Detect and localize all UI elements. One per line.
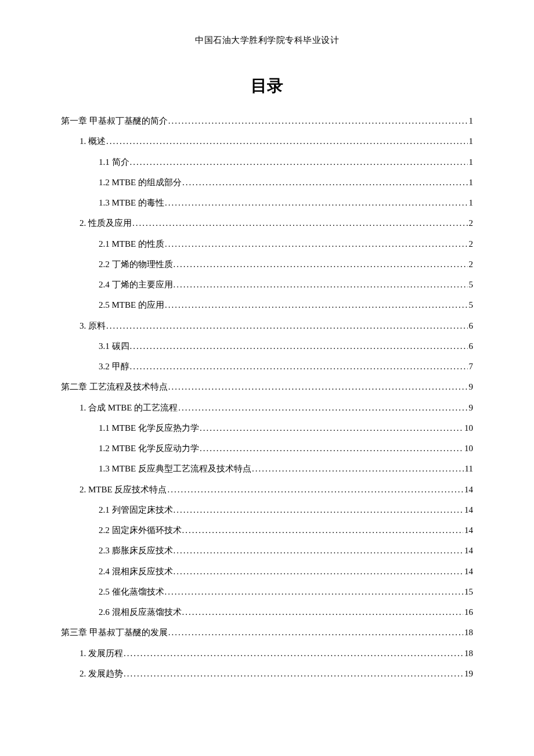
toc-label: 2. MTBE 反应技术特点 (80, 480, 167, 500)
toc-page: 5 (468, 295, 474, 315)
toc-entry: 1.1 简介 1 (61, 152, 473, 172)
toc-label: 2.3 膨胀床反应技术 (99, 541, 173, 561)
toc-entry: 2.5 MTBE 的应用5 (61, 295, 473, 315)
toc-entry: 2. MTBE 反应技术特点 14 (61, 480, 473, 500)
toc-label: 2.6 混相反应蒸馏技术 (99, 602, 182, 622)
toc-container: 第一章 甲基叔丁基醚的简介 11. 概述11.1 简介 11.2 MTBE 的组… (61, 111, 473, 684)
toc-label: 第三章 甲基叔丁基醚的发展 (61, 622, 168, 643)
toc-page: 14 (463, 561, 473, 582)
toc-dots (164, 295, 468, 315)
toc-entry: 1.1 MTBE 化学反应热力学10 (61, 418, 473, 438)
toc-label: 1.3 MTBE 的毒性 (99, 193, 164, 213)
toc-page: 1 (468, 193, 474, 213)
toc-page: 14 (463, 480, 473, 500)
toc-entry: 1. 合成 MTBE 的工艺流程9 (61, 398, 473, 418)
toc-entry: 2. 性质及应用2 (61, 213, 473, 233)
toc-dots (199, 418, 463, 438)
toc-entry: 2.5 催化蒸馏技术 15 (61, 582, 473, 602)
toc-page: 7 (468, 357, 474, 377)
toc-dots (129, 357, 468, 377)
toc-dots (182, 520, 464, 541)
page-header: 中国石油大学胜利学院专科毕业设计 (61, 35, 473, 46)
toc-dots (129, 336, 468, 357)
toc-label: 3.2 甲醇 (99, 357, 129, 377)
toc-entry: 2.6 混相反应蒸馏技术 16 (61, 602, 473, 622)
toc-page: 1 (468, 111, 474, 131)
toc-entry: 3.2 甲醇 7 (61, 357, 473, 377)
toc-entry: 2.1 MTBE 的性质 2 (61, 234, 473, 254)
toc-label: 2.4 混相床反应技术 (99, 561, 173, 582)
toc-page: 2 (468, 254, 474, 275)
toc-page: 9 (468, 398, 474, 418)
toc-entry: 2.2 丁烯的物理性质 2 (61, 254, 473, 275)
toc-page: 18 (463, 622, 473, 643)
toc-entry: 1.3 MTBE 的毒性1 (61, 193, 473, 213)
toc-dots (173, 254, 468, 275)
toc-dots (164, 582, 464, 602)
toc-entry: 第一章 甲基叔丁基醚的简介 1 (61, 111, 473, 131)
toc-entry: 2.1 列管固定床技术 14 (61, 500, 473, 520)
toc-label: 1. 概述 (80, 131, 106, 152)
toc-entry: 1.3 MTBE 反应典型工艺流程及技术特点11 (61, 459, 473, 479)
toc-page: 5 (468, 275, 474, 295)
toc-label: 1.1 MTBE 化学反应热力学 (99, 418, 199, 438)
toc-title: 目录 (61, 75, 473, 97)
toc-page: 6 (468, 316, 474, 336)
toc-dots (199, 438, 463, 459)
toc-entry: 2. 发展趋势19 (61, 664, 473, 684)
toc-dots (123, 664, 463, 684)
toc-dots (168, 622, 463, 643)
toc-label: 3. 原料 (80, 316, 106, 336)
toc-entry: 2.4 丁烯的主要应用 5 (61, 275, 473, 295)
toc-entry: 1. 概述1 (61, 131, 473, 152)
toc-page: 10 (463, 438, 473, 459)
toc-dots (132, 213, 468, 233)
toc-dots (106, 131, 468, 152)
toc-entry: 2.3 膨胀床反应技术 14 (61, 541, 473, 561)
toc-dots (129, 152, 468, 172)
toc-dots (182, 602, 464, 622)
toc-dots (182, 172, 468, 193)
toc-entry: 3.1 碳四 6 (61, 336, 473, 357)
toc-entry: 2.2 固定床外循环技术 14 (61, 520, 473, 541)
toc-dots (167, 480, 463, 500)
toc-page: 16 (463, 602, 473, 622)
toc-label: 2.5 催化蒸馏技术 (99, 582, 164, 602)
toc-dots (251, 459, 464, 479)
toc-page: 10 (463, 418, 473, 438)
toc-page: 2 (468, 234, 474, 254)
toc-label: 2. 性质及应用 (80, 213, 132, 233)
toc-label: 1.3 MTBE 反应典型工艺流程及技术特点 (99, 459, 251, 479)
toc-entry: 1. 发展历程18 (61, 643, 473, 664)
toc-page: 9 (468, 377, 474, 397)
toc-dots (123, 643, 463, 664)
toc-label: 2.1 MTBE 的性质 (99, 234, 164, 254)
toc-label: 1. 发展历程 (80, 643, 123, 664)
toc-page: 1 (468, 172, 474, 193)
toc-page: 1 (468, 131, 474, 152)
toc-page: 1 (468, 152, 474, 172)
toc-label: 2.5 MTBE 的应用 (99, 295, 164, 315)
toc-entry: 2.4 混相床反应技术 14 (61, 561, 473, 582)
toc-entry: 3. 原料6 (61, 316, 473, 336)
toc-dots (173, 275, 468, 295)
toc-dots (173, 500, 464, 520)
toc-page: 19 (463, 664, 473, 684)
toc-dots (164, 193, 468, 213)
toc-dots (173, 561, 464, 582)
toc-label: 1.1 简介 (99, 152, 129, 172)
toc-label: 第二章 工艺流程及技术特点 (61, 377, 168, 397)
toc-entry: 第三章 甲基叔丁基醚的发展 18 (61, 622, 473, 643)
toc-dots (106, 316, 468, 336)
toc-dots (178, 398, 467, 418)
toc-dots (168, 377, 468, 397)
toc-entry: 1.2 MTBE 化学反应动力学10 (61, 438, 473, 459)
toc-label: 第一章 甲基叔丁基醚的简介 (61, 111, 168, 131)
toc-page: 15 (463, 582, 473, 602)
toc-label: 1.2 MTBE 的组成部分 (99, 172, 182, 193)
toc-entry: 第二章 工艺流程及技术特点 9 (61, 377, 473, 397)
toc-label: 2.2 固定床外循环技术 (99, 520, 182, 541)
toc-dots (173, 541, 464, 561)
toc-label: 2.4 丁烯的主要应用 (99, 275, 173, 295)
toc-label: 3.1 碳四 (99, 336, 129, 357)
